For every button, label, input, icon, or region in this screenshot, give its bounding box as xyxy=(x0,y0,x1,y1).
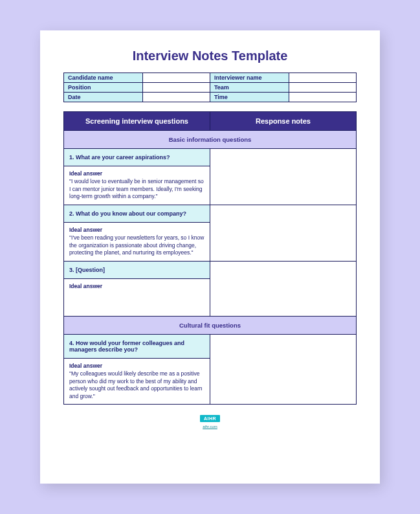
questions-table: Screening interview questions Response n… xyxy=(63,111,357,405)
time-label: Time xyxy=(210,93,289,102)
candidate-name-field[interactable] xyxy=(143,73,210,83)
q2-text: 2. What do you know about our company? xyxy=(64,205,210,222)
footer: AIHR aihr.com xyxy=(63,411,357,429)
section-basic: Basic information questions xyxy=(64,131,357,149)
q3-ideal: Ideal answer xyxy=(64,278,210,316)
team-field[interactable] xyxy=(289,83,357,93)
date-label: Date xyxy=(64,93,143,102)
section-cultural-label: Cultural fit questions xyxy=(64,316,357,334)
ideal-label: Ideal answer xyxy=(69,283,204,290)
time-field[interactable] xyxy=(289,93,357,102)
table-header-row: Screening interview questions Response n… xyxy=(64,112,357,131)
header-notes: Response notes xyxy=(210,112,357,131)
q4-ideal-text: "My colleagues would likely describe me … xyxy=(69,370,203,399)
q2-response[interactable] xyxy=(210,205,357,261)
ideal-label: Ideal answer xyxy=(69,170,204,177)
interviewer-name-label: Interviewer name xyxy=(210,73,289,83)
document-page: Interview Notes Template Candidate name … xyxy=(40,30,380,484)
q1-ideal-text: "I would love to eventually be in senior… xyxy=(69,178,204,199)
header-questions: Screening interview questions xyxy=(64,112,210,131)
q2-ideal-text: "I've been reading your newsletters for … xyxy=(69,234,204,256)
section-basic-label: Basic information questions xyxy=(64,131,357,149)
section-cultural: Cultural fit questions xyxy=(64,316,357,334)
q1-ideal: Ideal answer "I would love to eventually… xyxy=(64,166,210,205)
question-row-4: 4. How would your former colleagues and … xyxy=(64,334,357,358)
question-row-1: 1. What are your career aspirations? xyxy=(64,149,357,166)
q4-response[interactable] xyxy=(210,334,357,404)
q4-text: 4. How would your former colleagues and … xyxy=(64,334,210,358)
interviewer-name-field[interactable] xyxy=(289,73,357,83)
team-label: Team xyxy=(210,83,289,93)
q2-ideal: Ideal answer "I've been reading your new… xyxy=(64,222,210,261)
q3-response[interactable] xyxy=(210,261,357,316)
page-title: Interview Notes Template xyxy=(63,49,357,63)
question-row-3: 3. [Question] xyxy=(64,261,357,278)
footer-link[interactable]: aihr.com xyxy=(63,425,357,429)
q1-response[interactable] xyxy=(210,149,357,205)
position-label: Position xyxy=(64,83,143,93)
ideal-label: Ideal answer xyxy=(69,363,204,370)
ideal-label: Ideal answer xyxy=(69,227,204,234)
position-field[interactable] xyxy=(143,83,210,93)
candidate-name-label: Candidate name xyxy=(64,73,143,83)
date-field[interactable] xyxy=(143,93,210,102)
q1-text: 1. What are your career aspirations? xyxy=(64,149,210,166)
q3-text: 3. [Question] xyxy=(64,261,210,278)
question-row-2: 2. What do you know about our company? xyxy=(64,205,357,222)
info-table: Candidate name Interviewer name Position… xyxy=(63,73,357,102)
q4-ideal: Ideal answer "My colleagues would likely… xyxy=(64,358,210,404)
logo-badge: AIHR xyxy=(200,415,220,422)
